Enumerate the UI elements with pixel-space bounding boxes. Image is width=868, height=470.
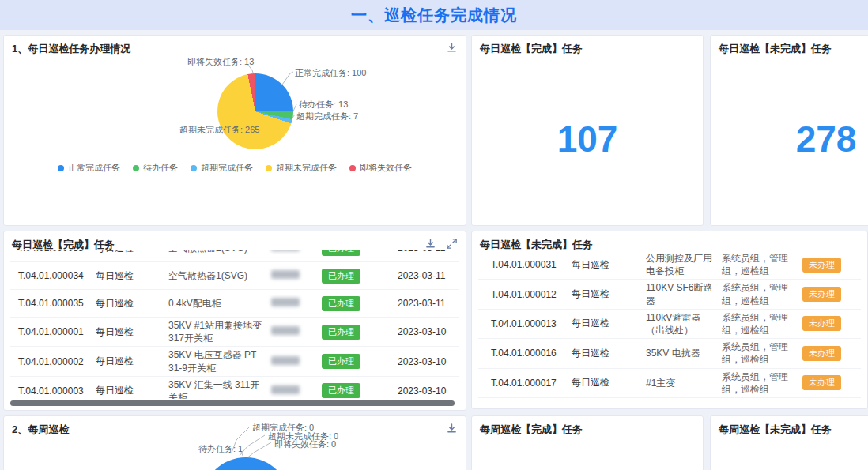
status-badge: 未办理: [802, 316, 841, 331]
equipment-name: 110kV避雷器（出线处）: [646, 311, 722, 337]
status-badge: 已办理: [322, 354, 360, 369]
legend-item-overdue-done[interactable]: 超期完成任务: [191, 162, 253, 174]
count-value: 107: [557, 118, 618, 160]
daily-done-table-card: 每日巡检【完成】任务 T.04.01.000033 每日巡检 空气散热器2(SV…: [3, 231, 466, 411]
task-date: 2023-03-10: [398, 356, 459, 367]
task-id: T.04.01.000035: [18, 298, 96, 309]
status-badge: 已办理: [322, 269, 360, 284]
group-names: 系统员组，管理组，巡检组: [722, 340, 802, 366]
task-type: 每日巡检: [572, 288, 646, 301]
table-row: T.04.01.000033 每日巡检 空气散热器2(SVG) 已办理 2023…: [10, 250, 459, 262]
daily-pie-card: 1、每日巡检任务办理情况 即将失效任务: 13 正常完成任务: 100 待办任务…: [3, 35, 466, 226]
legend-dot: [58, 165, 64, 171]
table-row: T.04.01.000016 每日巡检 35KV 电抗器 系统员组，管理组，巡检…: [478, 339, 861, 368]
table-row: T.04.01.000013 每日巡检 110kV避雷器（出线处） 系统员组，管…: [478, 310, 861, 339]
pie-label-todo: 待办任务: 13: [299, 99, 348, 111]
equipment-name: 0.4kV配电柜: [168, 297, 271, 310]
legend-dot: [266, 165, 272, 171]
download-icon[interactable]: [446, 423, 458, 434]
pie-label-todo: 待办任务: 1: [198, 443, 243, 455]
task-date: 2023-03-10: [398, 385, 459, 397]
status-badge: 已办理: [322, 250, 360, 256]
redacted-person: [271, 250, 300, 251]
table-row: T.04.01.000035 每日巡检 0.4kV配电柜 已办理 2023-03…: [10, 290, 459, 318]
pie-label-expiring: 即将失效任务: 0: [274, 438, 336, 450]
task-type: 每日巡检: [572, 258, 646, 272]
card-title: 每日巡检【完成】任务: [480, 42, 583, 56]
count-value: 278: [796, 118, 857, 160]
equipment-name: 110KV SF6断路器: [646, 281, 722, 306]
horizontal-scrollbar[interactable]: [10, 400, 455, 406]
task-id: T.04.01.000016: [491, 348, 572, 359]
legend-item-expiring[interactable]: 即将失效任务: [349, 162, 412, 174]
equipment-name: 35KV 电压互感器 PT 31-9开关柜: [168, 348, 271, 374]
weekly-undone-count-card: 每周巡检【未完成】任务: [710, 415, 868, 470]
legend-label: 待办任务: [143, 162, 178, 174]
table-row: T.04.01.000031 每日巡检 公用测控及厂用电备投柜 系统员组，管理组…: [478, 250, 861, 280]
task-type: 每日巡检: [96, 250, 168, 255]
equipment-name: 35KV 电抗器: [646, 347, 722, 359]
task-type: 每日巡检: [96, 325, 168, 339]
group-names: 系统员组，管理组，巡检组: [722, 311, 802, 337]
task-type: 每日巡检: [572, 347, 646, 360]
redacted-person: [271, 298, 300, 306]
status-badge: 已办理: [322, 325, 360, 340]
card-title: 每周巡检【完成】任务: [480, 423, 583, 437]
task-type: 每日巡检: [572, 317, 646, 330]
page-header: 一、巡检任务完成情况: [0, 0, 868, 30]
status-badge: 未办理: [802, 258, 841, 273]
pie-label-expiring: 即将失效任务: 13: [187, 56, 254, 68]
undone-table[interactable]: T.04.01.000031 每日巡检 公用测控及厂用电备投柜 系统员组，管理组…: [478, 250, 861, 404]
table-row: T.04.01.000034 每日巡检 空气散热器1(SVG) 已办理 2023…: [10, 262, 459, 290]
equipment-name: 35KV #1站用兼接地变 317开关柜: [168, 319, 271, 344]
task-id: T.04.01.000002: [18, 356, 96, 367]
task-date: 2023-03-10: [398, 326, 459, 337]
redacted-person: [271, 270, 300, 279]
card-title: 2、每周巡检: [12, 423, 69, 437]
equipment-name: 空气散热器1(SVG): [168, 269, 271, 282]
task-type: 每日巡检: [572, 376, 646, 389]
download-icon[interactable]: [425, 238, 436, 250]
legend-label: 超期未完成任务: [276, 162, 337, 174]
task-id: T.04.01.000003: [18, 385, 96, 397]
card-title: 每日巡检【未完成】任务: [719, 42, 832, 56]
status-badge: 未办理: [802, 346, 841, 361]
legend-dot: [191, 165, 197, 171]
table-row: T.04.01.000002 每日巡检 35KV 电压互感器 PT 31-9开关…: [10, 347, 459, 376]
pie-label-overdue-undone: 超期未完成任务: 265: [179, 124, 259, 136]
daily-done-count-card: 每日巡检【完成】任务 107: [471, 35, 704, 226]
daily-undone-count-card: 每日巡检【未完成】任务 278: [710, 35, 868, 226]
group-names: 系统员组，管理组，巡检组: [722, 252, 802, 277]
redacted-person: [271, 385, 300, 394]
done-table[interactable]: T.04.01.000033 每日巡检 空气散热器2(SVG) 已办理 2023…: [10, 250, 459, 399]
legend-dot: [133, 165, 139, 171]
download-icon[interactable]: [446, 42, 458, 54]
legend-label: 即将失效任务: [360, 162, 412, 174]
legend-item-overdue-undone[interactable]: 超期未完成任务: [266, 162, 337, 174]
task-type: 每日巡检: [96, 297, 168, 310]
task-type: 每日巡检: [96, 269, 168, 283]
task-id: T.04.01.000017: [491, 378, 572, 389]
daily-pie-chart[interactable]: [217, 73, 293, 149]
task-date: 2023-03-11: [398, 250, 459, 254]
legend-label: 正常完成任务: [68, 162, 120, 174]
status-badge: 未办理: [802, 375, 841, 390]
equipment-name: #1主变: [646, 377, 722, 389]
task-id: T.04.01.000001: [18, 326, 96, 337]
legend-item-normal[interactable]: 正常完成任务: [58, 162, 120, 174]
pie-label-normal: 正常完成任务: 100: [295, 67, 366, 79]
weekly-done-count-card: 每周巡检【完成】任务: [471, 415, 704, 470]
legend-label: 超期完成任务: [201, 162, 253, 174]
status-badge: 未办理: [802, 287, 841, 302]
task-id: T.04.01.000012: [491, 289, 572, 300]
weekly-pie-chart[interactable]: [202, 457, 290, 470]
task-id: T.04.01.000034: [18, 270, 96, 281]
status-badge: 已办理: [322, 383, 360, 398]
task-id: T.04.01.000031: [491, 259, 572, 270]
legend-item-todo[interactable]: 待办任务: [133, 162, 178, 174]
task-id: T.04.01.000033: [18, 250, 96, 254]
expand-icon[interactable]: [446, 238, 458, 250]
pie-legend: 正常完成任务 待办任务 超期完成任务 超期未完成任务 即将失效任务: [4, 162, 466, 174]
task-type: 每日巡检: [96, 384, 168, 397]
legend-dot: [349, 165, 356, 171]
